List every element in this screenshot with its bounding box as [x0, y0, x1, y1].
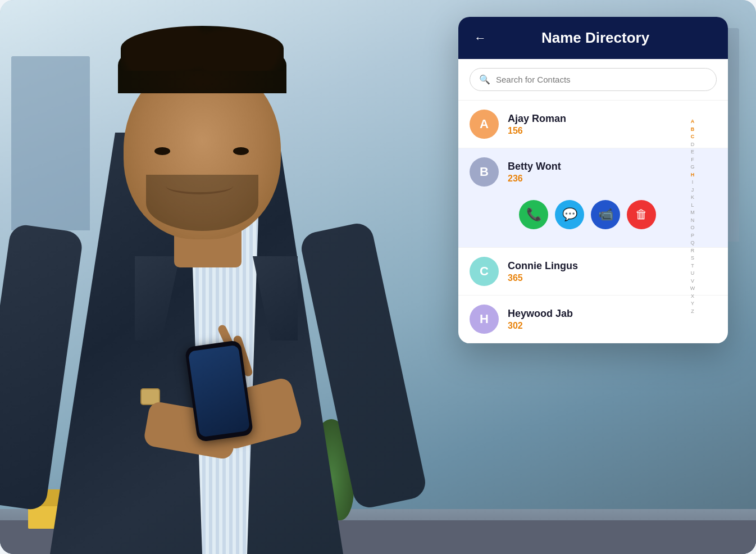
contact-name: Connie Lingus [508, 260, 717, 272]
delete-button[interactable]: 🗑 [627, 200, 656, 229]
back-button[interactable]: ← [474, 32, 486, 44]
contact-number: 302 [508, 321, 717, 331]
search-area: 🔍 [458, 59, 728, 101]
phone-screen [188, 344, 251, 437]
alpha-letter-h[interactable]: H [689, 171, 696, 179]
video-button[interactable]: 📹 [591, 200, 620, 229]
page-wrapper: ← Name Directory 🔍 A Ajay Roman 156 B [0, 0, 756, 554]
contact-number: 156 [508, 126, 717, 136]
directory-card: ← Name Directory 🔍 A Ajay Roman 156 B [458, 17, 728, 343]
avatar: A [470, 110, 499, 139]
person-figure [0, 0, 438, 554]
contact-info: Connie Lingus 365 [508, 260, 717, 283]
alpha-letter-d[interactable]: D [689, 141, 696, 149]
contact-name: Ajay Roman [508, 113, 717, 125]
alpha-letter-t[interactable]: T [689, 262, 696, 270]
alpha-letter-v[interactable]: V [689, 278, 696, 285]
contact-item[interactable]: H Heywood Jab 302 [458, 296, 728, 343]
alpha-letter-m[interactable]: M [689, 209, 696, 217]
alpha-letter-j[interactable]: J [689, 187, 696, 194]
search-input[interactable] [496, 75, 707, 84]
alpha-letter-o[interactable]: O [689, 224, 696, 232]
search-box: 🔍 [470, 68, 717, 91]
contact-name: Betty Wont [508, 161, 717, 172]
contact-name: Heywood Jab [508, 308, 717, 320]
action-buttons: 📞 💬 📹 🗑 [470, 196, 717, 238]
alpha-letter-n[interactable]: N [689, 217, 696, 225]
alpha-letter-b[interactable]: B [689, 126, 696, 134]
eye-right [233, 147, 249, 155]
contact-number: 365 [508, 273, 717, 283]
beard [146, 175, 258, 231]
contacts-list: A Ajay Roman 156 B Betty Wont 236 📞 💬 📹 … [458, 101, 728, 343]
contact-info: Ajay Roman 156 [508, 113, 717, 136]
card-header: ← Name Directory [458, 17, 728, 59]
alpha-letter-e[interactable]: E [689, 148, 696, 156]
alpha-letter-k[interactable]: K [689, 194, 696, 202]
search-icon: 🔍 [479, 74, 490, 85]
alpha-letter-x[interactable]: X [689, 293, 696, 301]
alpha-letter-p[interactable]: P [689, 232, 696, 240]
alpha-letter-w[interactable]: W [689, 285, 696, 293]
alpha-letter-c[interactable]: C [689, 133, 696, 141]
call-button[interactable]: 📞 [519, 200, 548, 229]
alpha-letter-g[interactable]: G [689, 164, 696, 171]
hair-curly [121, 26, 284, 71]
alpha-letter-i[interactable]: I [689, 179, 696, 187]
card-title: Name Directory [495, 29, 695, 47]
alpha-letter-u[interactable]: U [689, 270, 696, 278]
contact-item[interactable]: B Betty Wont 236 📞 💬 📹 🗑 [458, 148, 728, 248]
alpha-letter-y[interactable]: Y [689, 300, 696, 308]
alphabet-sidebar: A B C D E F G H I J K L M N O P Q R S T … [689, 118, 696, 315]
message-button[interactable]: 💬 [555, 200, 584, 229]
contact-number: 236 [508, 174, 717, 184]
alpha-letter-l[interactable]: L [689, 202, 696, 210]
contact-info: Betty Wont 236 [508, 161, 717, 184]
avatar: H [470, 305, 499, 334]
contact-item[interactable]: A Ajay Roman 156 [458, 101, 728, 148]
alpha-letter-r[interactable]: R [689, 247, 696, 255]
alpha-letter-q[interactable]: Q [689, 239, 696, 247]
eye-left [154, 147, 170, 155]
alpha-letter-s[interactable]: S [689, 255, 696, 262]
avatar: B [470, 157, 499, 187]
avatar: C [470, 257, 499, 286]
alpha-letter-a[interactable]: A [689, 118, 696, 126]
alpha-letter-z[interactable]: Z [689, 308, 696, 316]
contact-info: Heywood Jab 302 [508, 308, 717, 331]
contact-item[interactable]: C Connie Lingus 365 [458, 248, 728, 296]
alpha-letter-f[interactable]: F [689, 156, 696, 164]
